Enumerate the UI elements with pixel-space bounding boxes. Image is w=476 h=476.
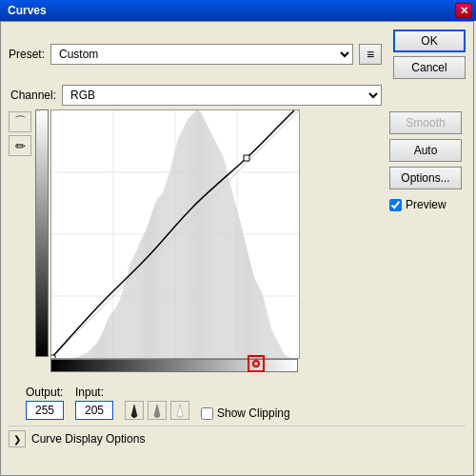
svg-rect-1 xyxy=(156,416,158,418)
preview-checkbox[interactable] xyxy=(389,199,402,211)
curve-canvas[interactable] xyxy=(50,109,300,359)
output-gradient-bar xyxy=(35,109,49,357)
bottom-bar: ❯ Curve Display Options xyxy=(9,426,466,447)
output-input[interactable] xyxy=(26,401,64,420)
preview-label: Preview xyxy=(406,198,446,211)
preset-select-wrapper: Custom Default Linear Contrast Medium Co… xyxy=(50,44,353,65)
svg-rect-2 xyxy=(179,416,181,418)
right-buttons-panel: Smooth Auto Options... Preview xyxy=(389,111,466,420)
channel-select[interactable]: RGB Red Green Blue xyxy=(62,85,382,106)
curve-display-options-label: Curve Display Options xyxy=(31,432,145,446)
show-clipping-label: Show Clipping xyxy=(217,407,290,420)
title-bar: Curves ✕ xyxy=(0,0,476,21)
channel-select-wrapper: RGB Red Green Blue xyxy=(62,85,382,106)
title-bar-text: Curves xyxy=(8,4,47,17)
black-point-eyedropper[interactable] xyxy=(125,401,144,420)
dialog-body: Preset: Custom Default Linear Contrast M… xyxy=(0,21,474,476)
smooth-button[interactable]: Smooth xyxy=(389,111,462,134)
expand-curve-options-button[interactable]: ❯ xyxy=(9,430,26,447)
curve-area xyxy=(35,109,302,382)
curve-tool-button[interactable]: ⌒ xyxy=(9,111,31,132)
pencil-tool-button[interactable]: ✏ xyxy=(9,135,31,156)
left-content: Channel: RGB Red Green Blue ⌒ ✏ xyxy=(9,85,382,420)
input-label: Input: xyxy=(75,386,113,399)
white-point-eyedropper[interactable] xyxy=(170,401,189,420)
preset-label: Preset: xyxy=(9,48,45,61)
svg-rect-0 xyxy=(133,416,135,418)
options-button[interactable]: Options... xyxy=(389,167,462,189)
eyedroppers-group xyxy=(125,401,189,420)
input-section: Input: xyxy=(75,386,113,420)
gray-point-eyedropper[interactable] xyxy=(148,401,167,420)
preset-row: Preset: Custom Default Linear Contrast M… xyxy=(9,30,466,79)
preset-options-button[interactable]: ≡ xyxy=(359,44,382,65)
channel-label: Channel: xyxy=(10,89,56,102)
tool-buttons: ⌒ ✏ xyxy=(9,109,31,382)
input-marker[interactable] xyxy=(248,355,265,372)
show-clipping-row: Show Clipping xyxy=(201,407,290,420)
tools-curve-row: ⌒ ✏ xyxy=(9,109,382,382)
ok-button[interactable]: OK xyxy=(393,30,466,52)
channel-row: Channel: RGB Red Green Blue xyxy=(10,85,382,106)
output-section: Output: xyxy=(26,386,64,420)
output-label: Output: xyxy=(26,386,64,399)
preset-select[interactable]: Custom Default Linear Contrast Medium Co… xyxy=(50,44,353,65)
show-clipping-checkbox[interactable] xyxy=(201,407,213,420)
main-content-row: Channel: RGB Red Green Blue ⌒ ✏ xyxy=(9,85,466,420)
preview-row: Preview xyxy=(389,198,466,211)
close-button[interactable]: ✕ xyxy=(455,3,472,18)
output-input-row: Output: Input: xyxy=(26,386,382,420)
input-input[interactable] xyxy=(75,401,113,420)
cancel-button[interactable]: Cancel xyxy=(393,56,466,79)
auto-button[interactable]: Auto xyxy=(389,139,462,162)
